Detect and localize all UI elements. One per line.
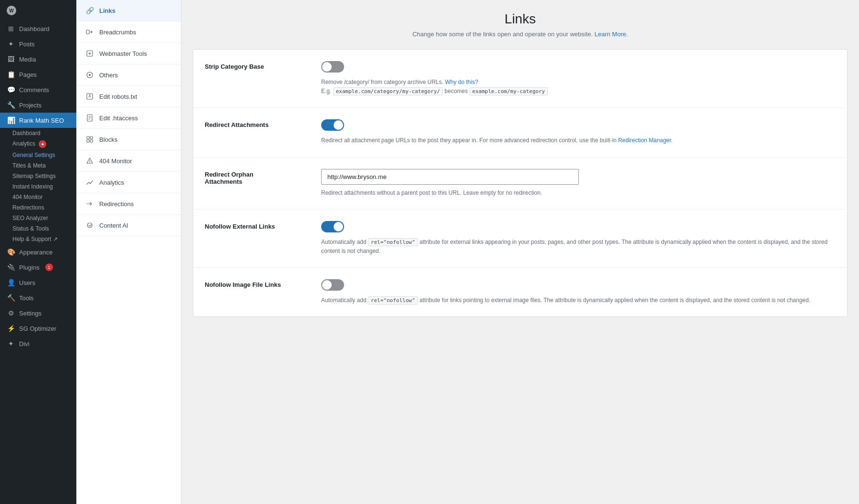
sidebar-item-divi[interactable]: ✦ Divi xyxy=(0,336,76,351)
svg-rect-8 xyxy=(87,136,89,139)
redirect-orphan-control: Redirect attachments without a parent po… xyxy=(321,169,836,198)
rm-sub-dashboard[interactable]: Dashboard xyxy=(0,128,76,138)
sub-nav-404-monitor[interactable]: 404 Monitor xyxy=(76,150,181,172)
strip-category-control: Remove /category/ from category archive … xyxy=(321,61,836,96)
redirect-attachments-toggle[interactable] xyxy=(321,119,344,131)
sidebar-item-users[interactable]: 👤 Users xyxy=(0,275,76,290)
sidebar-item-media[interactable]: 🖼 Media xyxy=(0,52,76,67)
setting-nofollow-external: Nofollow External Links Automatically ad… xyxy=(193,210,847,268)
nofollow-image-control: Automatically add rel="nofollow" attribu… xyxy=(321,279,836,305)
plugins-badge: 1 xyxy=(45,263,53,271)
sub-nav-links[interactable]: 🔗 Links xyxy=(76,0,181,21)
content-area: Links Change how some of the links open … xyxy=(181,0,859,504)
edit-htaccess-nav-icon xyxy=(85,113,94,123)
setting-redirect-attachments: Redirect Attachments Redirect all attach… xyxy=(193,108,847,157)
example-from-code: example.com/category/my-category/ xyxy=(333,87,443,95)
rank-math-icon: 📊 xyxy=(7,116,15,124)
page-description: Change how some of the links open and op… xyxy=(193,31,848,38)
sidebar-item-tools[interactable]: 🔨 Tools xyxy=(0,290,76,305)
rm-sub-instant-indexing[interactable]: Instant Indexing xyxy=(0,181,76,192)
sidebar-item-plugins[interactable]: 🔌 Plugins 1 xyxy=(0,260,76,275)
nofollow-external-code: rel="nofollow" xyxy=(368,238,418,246)
sub-nav-edit-htaccess[interactable]: Edit .htaccess xyxy=(76,107,181,129)
tools-icon: 🔨 xyxy=(7,294,15,302)
redirect-attachments-toggle-thumb xyxy=(334,120,343,130)
strip-category-label: Strip Category Base xyxy=(205,61,310,70)
nofollow-image-description: Automatically add rel="nofollow" attribu… xyxy=(321,296,836,305)
rm-sub-analytics[interactable]: Analytics ● xyxy=(0,138,76,150)
sidebar-item-rank-math[interactable]: 📊 Rank Math SEO xyxy=(0,113,76,128)
rm-sub-seo-analyzer[interactable]: SEO Analyzer xyxy=(0,213,76,223)
page-header: Links Change how some of the links open … xyxy=(193,11,848,38)
appearance-icon: 🎨 xyxy=(7,248,15,256)
nofollow-image-toggle[interactable] xyxy=(321,279,344,291)
nofollow-external-control: Automatically add rel="nofollow" attribu… xyxy=(321,221,836,256)
nofollow-external-label: Nofollow External Links xyxy=(205,221,310,230)
pages-icon: 📋 xyxy=(7,71,15,78)
why-do-this-link[interactable]: Why do this? xyxy=(445,79,478,85)
404-monitor-nav-icon xyxy=(85,156,94,166)
nofollow-image-code: rel="nofollow" xyxy=(368,296,418,304)
svg-rect-0 xyxy=(86,30,89,34)
settings-icon: ⚙ xyxy=(7,309,15,317)
rm-sub-help-support[interactable]: Help & Support ↗ xyxy=(0,234,76,244)
sidebar-item-dashboard[interactable]: ⊞ Dashboard xyxy=(0,21,76,36)
dashboard-icon: ⊞ xyxy=(7,25,15,32)
nofollow-image-toggle-thumb xyxy=(322,280,332,290)
redirect-orphan-input[interactable] xyxy=(321,169,579,185)
nofollow-external-toggle[interactable] xyxy=(321,221,344,232)
rm-sub-sitemap[interactable]: Sitemap Settings xyxy=(0,171,76,181)
sub-nav-breadcrumbs[interactable]: Breadcrumbs xyxy=(76,21,181,43)
rm-sub-general-settings[interactable]: General Settings xyxy=(0,150,76,160)
redirection-manager-link[interactable]: Redirection Manager xyxy=(618,137,671,144)
learn-more-link[interactable]: Learn More xyxy=(595,31,626,38)
setting-nofollow-image: Nofollow Image File Links Automatically … xyxy=(193,268,847,316)
svg-point-3 xyxy=(89,74,91,76)
sidebar-item-pages[interactable]: 📋 Pages xyxy=(0,67,76,82)
users-icon: 👤 xyxy=(7,279,15,286)
media-icon: 🖼 xyxy=(7,55,15,63)
svg-rect-11 xyxy=(90,140,93,142)
sidebar-item-appearance[interactable]: 🎨 Appearance xyxy=(0,244,76,260)
sub-nav-analytics[interactable]: Analytics xyxy=(76,172,181,193)
sub-nav-blocks[interactable]: Blocks xyxy=(76,129,181,150)
redirect-attachments-control: Redirect all attachment page URLs to the… xyxy=(321,119,836,145)
plugins-icon: 🔌 xyxy=(7,263,15,271)
strip-category-description: Remove /category/ from category archive … xyxy=(321,78,836,96)
main-area: 🔗 Links Breadcrumbs Webmaster Tools Othe… xyxy=(76,0,859,504)
svg-point-12 xyxy=(90,162,90,163)
divi-icon: ✦ xyxy=(7,340,15,347)
sidebar-item-sg-optimizer[interactable]: ⚡ SG Optimizer xyxy=(0,321,76,336)
sub-nav-redirections[interactable]: Redirections xyxy=(76,193,181,215)
sub-nav-webmaster-tools[interactable]: Webmaster Tools xyxy=(76,43,181,64)
rm-sub-status-tools[interactable]: Status & Tools xyxy=(0,223,76,234)
sidebar-item-posts[interactable]: ✦ Posts xyxy=(0,36,76,52)
wp-logo: W xyxy=(0,0,76,21)
rm-sub-404-monitor[interactable]: 404 Monitor xyxy=(0,192,76,202)
sub-nav-edit-robots[interactable]: Edit robots.txt xyxy=(76,86,181,107)
sub-nav-others[interactable]: Others xyxy=(76,64,181,86)
redirect-orphan-label: Redirect OrphanAttachments xyxy=(205,169,310,185)
rm-sub-titles-meta[interactable]: Titles & Meta xyxy=(0,160,76,171)
nofollow-external-description: Automatically add rel="nofollow" attribu… xyxy=(321,238,836,256)
sub-nav-content-ai[interactable]: Content AI xyxy=(76,215,181,236)
webmaster-tools-nav-icon xyxy=(85,49,94,58)
posts-icon: ✦ xyxy=(7,40,15,48)
edit-robots-nav-icon xyxy=(85,92,94,101)
sidebar: W ⊞ Dashboard ✦ Posts 🖼 Media 📋 Pages 💬 … xyxy=(0,0,76,504)
rm-sub-redirections[interactable]: Redirections xyxy=(0,202,76,213)
sidebar-item-comments[interactable]: 💬 Comments xyxy=(0,82,76,97)
svg-rect-9 xyxy=(90,136,93,139)
redirect-attachments-description: Redirect all attachment page URLs to the… xyxy=(321,136,836,145)
redirections-nav-icon xyxy=(85,199,94,209)
others-nav-icon xyxy=(85,70,94,80)
setting-redirect-orphan: Redirect OrphanAttachments Redirect atta… xyxy=(193,158,847,210)
sidebar-item-settings[interactable]: ⚙ Settings xyxy=(0,305,76,321)
analytics-badge: ● xyxy=(39,140,46,148)
redirect-orphan-description: Redirect attachments without a parent po… xyxy=(321,189,836,198)
strip-category-toggle[interactable] xyxy=(321,61,344,73)
strip-category-toggle-thumb xyxy=(322,62,332,72)
sg-optimizer-icon: ⚡ xyxy=(7,325,15,332)
wp-logo-icon: W xyxy=(7,6,16,15)
sidebar-item-projects[interactable]: 🔧 Projects xyxy=(0,97,76,113)
